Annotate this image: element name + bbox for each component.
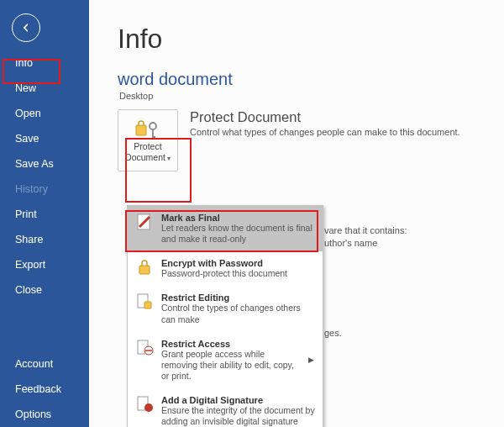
mark-final-icon [134,213,155,233]
menu-item-desc: Grant people access while removing their… [161,349,302,382]
document-name[interactable]: word document [118,70,487,89]
backstage-sidebar: Info New Open Save Save As History Print… [0,0,89,427]
document-path: Desktop [119,91,487,101]
protect-document-button[interactable]: Protect Document [118,109,178,171]
svg-rect-3 [139,266,150,274]
svg-point-9 [144,403,153,412]
menu-item-restrict-editing[interactable]: Restrict Editing Control the types of ch… [128,286,323,331]
inspect-line-2: uthor's name [324,238,377,248]
menu-item-desc: Control the types of changes others can … [161,303,316,324]
svg-rect-5 [144,302,151,308]
svg-rect-0 [136,125,146,135]
menu-item-title: Add a Digital Signature [161,395,316,405]
arrow-left-icon [19,21,33,34]
sidebar-item-info[interactable]: Info [0,50,89,76]
sidebar-item-save[interactable]: Save [0,126,89,151]
protect-section-subtext: Control what types of changes people can… [190,127,460,137]
sidebar-item-history: History [0,177,89,202]
protect-section-heading: Protect Document [190,109,460,125]
inspect-line-1: vare that it contains: [324,225,407,235]
menu-item-title: Encrypt with Password [161,258,316,268]
lock-key-icon [134,118,161,140]
back-button[interactable] [12,13,40,42]
sidebar-item-saveas[interactable]: Save As [0,151,89,177]
sidebar-item-export[interactable]: Export [0,252,89,277]
protect-button-label-2: Document [125,152,171,163]
sidebar-item-account[interactable]: Account [0,351,89,377]
menu-item-desc: Let readers know the document is final a… [161,223,316,245]
menu-item-mark-as-final[interactable]: Mark as Final Let readers know the docum… [128,206,323,251]
signature-icon [134,395,155,415]
menu-item-encrypt[interactable]: Encrypt with Password Password-protect t… [128,251,323,286]
svg-point-1 [150,123,156,129]
info-pane: Info word document Desktop Protect Docum… [89,0,504,427]
sidebar-item-share[interactable]: Share [0,227,89,252]
menu-item-desc: Password-protect this document [161,268,316,279]
chevron-right-icon: ▶ [308,356,316,364]
menu-item-title: Restrict Editing [161,293,316,303]
protect-button-label-1: Protect [134,141,161,152]
menu-item-digital-signature[interactable]: Add a Digital Signature Ensure the integ… [128,388,323,427]
sidebar-item-new[interactable]: New [0,76,89,101]
restrict-editing-icon [134,293,155,313]
page-title: Info [118,24,487,55]
protect-document-menu: Mark as Final Let readers know the docum… [127,205,323,427]
menu-item-title: Restrict Access [161,339,302,349]
menu-item-restrict-access[interactable]: Restrict Access Grant people access whil… [128,332,323,388]
sidebar-item-print[interactable]: Print [0,202,89,227]
encrypt-icon [134,258,155,278]
sidebar-item-open[interactable]: Open [0,101,89,126]
sidebar-item-close[interactable]: Close [0,277,89,303]
inspect-line-3: ges. [324,328,342,338]
menu-item-title: Mark as Final [161,213,316,223]
sidebar-item-options[interactable]: Options [0,402,89,427]
menu-item-desc: Ensure the integrity of the document by … [161,405,316,427]
restrict-access-icon [134,339,155,359]
sidebar-item-feedback[interactable]: Feedback [0,377,89,402]
